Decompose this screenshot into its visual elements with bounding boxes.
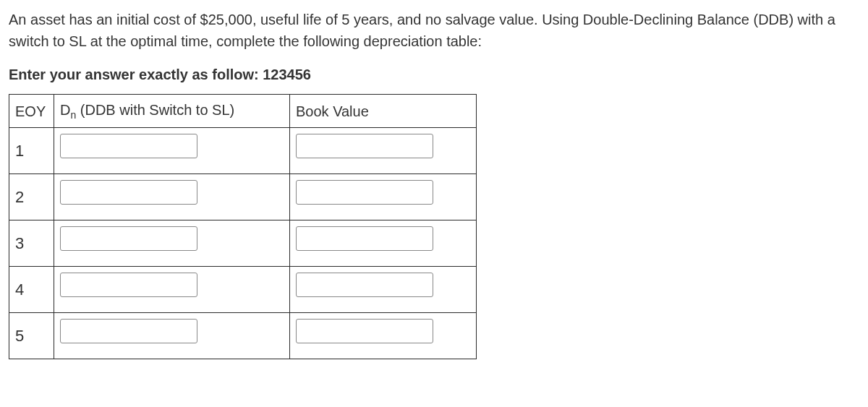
header-eoy: EOY	[9, 95, 54, 128]
dn-cell	[54, 128, 290, 174]
bv-cell	[290, 220, 477, 267]
table-row: 1	[9, 128, 477, 174]
dn-input-4[interactable]	[60, 273, 197, 297]
bv-input-1[interactable]	[296, 134, 433, 158]
bv-cell	[290, 128, 477, 174]
eoy-cell: 1	[9, 128, 54, 174]
header-dn-prefix: D	[60, 102, 70, 118]
bv-input-3[interactable]	[296, 226, 433, 251]
bv-input-5[interactable]	[296, 319, 433, 343]
table-header-row: EOY Dn (DDB with Switch to SL) Book Valu…	[9, 95, 477, 128]
header-dn-suffix: (DDB with Switch to SL)	[76, 102, 234, 118]
eoy-cell: 2	[9, 174, 54, 220]
dn-cell	[54, 313, 290, 359]
question-text: An asset has an initial cost of $25,000,…	[9, 9, 859, 52]
dn-input-3[interactable]	[60, 226, 197, 251]
dn-input-2[interactable]	[60, 180, 197, 205]
dn-input-5[interactable]	[60, 319, 197, 343]
dn-cell	[54, 220, 290, 267]
bv-input-2[interactable]	[296, 180, 433, 205]
bv-input-4[interactable]	[296, 273, 433, 297]
bv-cell	[290, 313, 477, 359]
instruction-text: Enter your answer exactly as follow: 123…	[9, 64, 859, 85]
dn-input-1[interactable]	[60, 134, 197, 158]
header-book-value: Book Value	[290, 95, 477, 128]
dn-cell	[54, 267, 290, 313]
dn-cell	[54, 174, 290, 220]
table-row: 4	[9, 267, 477, 313]
eoy-cell: 3	[9, 220, 54, 267]
eoy-cell: 4	[9, 267, 54, 313]
table-row: 5	[9, 313, 477, 359]
bv-cell	[290, 174, 477, 220]
depreciation-table: EOY Dn (DDB with Switch to SL) Book Valu…	[9, 94, 477, 359]
table-row: 3	[9, 220, 477, 267]
table-row: 2	[9, 174, 477, 220]
header-dn: Dn (DDB with Switch to SL)	[54, 95, 290, 128]
eoy-cell: 5	[9, 313, 54, 359]
bv-cell	[290, 267, 477, 313]
